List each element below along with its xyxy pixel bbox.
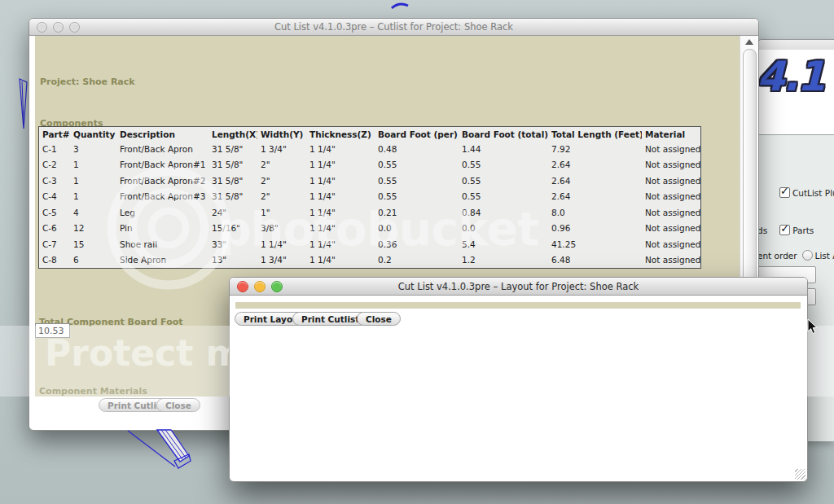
table-cell: Front/Back Apron#3: [116, 191, 208, 201]
column-header: Width(Y): [257, 129, 306, 139]
table-cell: 31 5/8": [208, 144, 257, 154]
close-button[interactable]: Close: [357, 312, 401, 326]
table-cell: 24": [208, 208, 257, 217]
table-cell: 1 1/4": [306, 239, 375, 249]
table-row[interactable]: C-54Leg24"1"1 1/4"0.210.848.0Not assigne…: [39, 204, 700, 221]
table-cell: 1 1/4": [257, 239, 306, 249]
table-cell: Not assigned: [642, 208, 700, 217]
column-header: Description: [116, 129, 208, 139]
table-cell: 1 3/4": [257, 255, 306, 265]
list-order-option[interactable]: ent order List A: [757, 250, 834, 261]
scroll-up-icon[interactable]: [745, 39, 753, 45]
total-board-foot-field[interactable]: [35, 323, 70, 338]
table-cell: 4: [70, 208, 116, 217]
table-cell: 0.55: [459, 160, 548, 169]
resize-grip[interactable]: [795, 469, 805, 480]
table-row[interactable]: C-13Front/Back Apron31 5/8"1 3/4"1 1/4"0…: [39, 141, 700, 157]
table-row[interactable]: C-31Front/Back Apron#231 5/8"2"1 1/4"0.5…: [39, 173, 700, 189]
table-cell: Leg: [116, 208, 208, 217]
table-cell: 1 3/4": [257, 144, 306, 154]
components-table-header: Part# Quantity Description Length(X) Wid…: [39, 127, 700, 141]
table-cell: 2": [257, 176, 306, 186]
radio-button-icon[interactable]: [802, 250, 813, 261]
parts-option[interactable]: ds Parts: [757, 225, 814, 235]
close-button[interactable]: Close: [156, 398, 200, 412]
zoom-window-icon[interactable]: [271, 281, 283, 292]
table-cell: 2": [257, 191, 306, 201]
table-cell: C-6: [39, 223, 70, 233]
column-header: Length(X): [208, 129, 257, 139]
close-window-icon[interactable]: [37, 22, 47, 33]
table-cell: 0.96: [548, 223, 642, 233]
table-cell: Side Apron: [116, 255, 208, 265]
table-cell: 1 1/4": [306, 144, 375, 154]
cutlist-plus-option[interactable]: CutList Plu: [779, 187, 834, 198]
table-cell: Not assigned: [642, 160, 700, 169]
checkbox-checked-icon[interactable]: [779, 187, 790, 198]
table-cell: 2.64: [548, 160, 642, 169]
column-header: Quantity: [70, 129, 116, 139]
close-window-icon[interactable]: [237, 281, 248, 292]
table-cell: 31 5/8": [208, 160, 257, 169]
table-row[interactable]: C-21Front/Back Apron#131 5/8"2"1 1/4"0.5…: [39, 157, 700, 173]
table-cell: 8.0: [548, 208, 642, 217]
table-cell: 12: [70, 223, 116, 233]
table-cell: Not assigned: [642, 144, 700, 154]
table-cell: 3/8": [257, 223, 306, 233]
table-cell: 1 1/4": [306, 160, 375, 169]
checkbox-checked-icon[interactable]: [779, 225, 790, 235]
table-cell: Not assigned: [642, 223, 700, 233]
components-table: Part# Quantity Description Length(X) Wid…: [38, 126, 701, 269]
table-row[interactable]: C-86Side Apron13"1 3/4"1 1/4"0.21.26.48N…: [39, 252, 700, 269]
table-cell: 0.84: [459, 208, 548, 217]
table-cell: 2.64: [548, 191, 642, 201]
zoom-window-icon[interactable]: [69, 22, 80, 33]
table-cell: C-7: [39, 239, 70, 249]
layout-window-titlebar[interactable]: Cut List v4.1.0.3pre – Layout for Projec…: [230, 278, 807, 296]
layout-header-bar: [235, 302, 801, 309]
table-cell: 1.2: [459, 255, 548, 265]
table-row[interactable]: C-41Front/Back Apron#331 5/8"2"1 1/4"0.5…: [39, 189, 700, 205]
table-cell: 1: [70, 160, 116, 169]
table-cell: 1": [257, 208, 306, 217]
table-cell: 0.2: [375, 255, 459, 265]
table-cell: C-5: [39, 208, 70, 217]
project-label: Project: Shoe Rack: [40, 77, 135, 87]
component-materials-label: Component Materials: [39, 386, 147, 397]
layout-window-title: Cut List v4.1.0.3pre – Layout for Projec…: [230, 281, 807, 292]
minimize-window-icon[interactable]: [254, 281, 266, 292]
table-cell: 0.0: [459, 223, 548, 233]
table-cell: 0.55: [375, 191, 459, 201]
table-cell: Not assigned: [642, 239, 700, 249]
table-cell: Not assigned: [642, 191, 700, 201]
mouse-cursor: [807, 318, 819, 335]
layout-window: Cut List v4.1.0.3pre – Layout for Projec…: [229, 277, 808, 482]
column-header: Material: [642, 129, 700, 139]
minimize-window-icon[interactable]: [53, 22, 64, 33]
cutlist-window-titlebar[interactable]: Cut List v4.1.0.3pre – Cutlist for Proje…: [29, 19, 758, 36]
table-cell: 41.25: [548, 239, 642, 249]
table-row[interactable]: C-612Pin15/16"3/8"1 1/4"0.00.00.96Not as…: [39, 221, 700, 237]
table-cell: 0.55: [375, 176, 459, 186]
table-cell: 3: [70, 144, 116, 154]
table-cell: 1 1/4": [306, 191, 375, 201]
table-cell: 0.55: [375, 160, 459, 169]
table-cell: Front/Back Apron#2: [116, 176, 208, 186]
table-cell: 1 1/4": [306, 223, 375, 233]
cutoff-label-order: ent order: [757, 251, 797, 261]
table-cell: 1: [70, 191, 116, 201]
table-cell: 7.92: [548, 144, 642, 154]
table-cell: 2.64: [548, 176, 642, 186]
cutlist-plus-label: CutList Plu: [792, 188, 834, 198]
table-cell: Pin: [116, 223, 208, 233]
column-header: Thickness(Z): [306, 129, 375, 139]
table-cell: 0.55: [459, 176, 548, 186]
table-cell: C-1: [39, 144, 70, 154]
table-cell: 31 5/8": [208, 191, 257, 201]
table-row[interactable]: C-715Shoe rail33"1 1/4"1 1/4"0.365.441.2…: [39, 236, 700, 252]
table-cell: 0.0: [375, 223, 459, 233]
table-cell: Shoe rail: [116, 239, 208, 249]
table-cell: 1.44: [459, 144, 548, 154]
table-cell: 33": [208, 239, 257, 249]
table-cell: 1 1/4": [306, 208, 375, 217]
